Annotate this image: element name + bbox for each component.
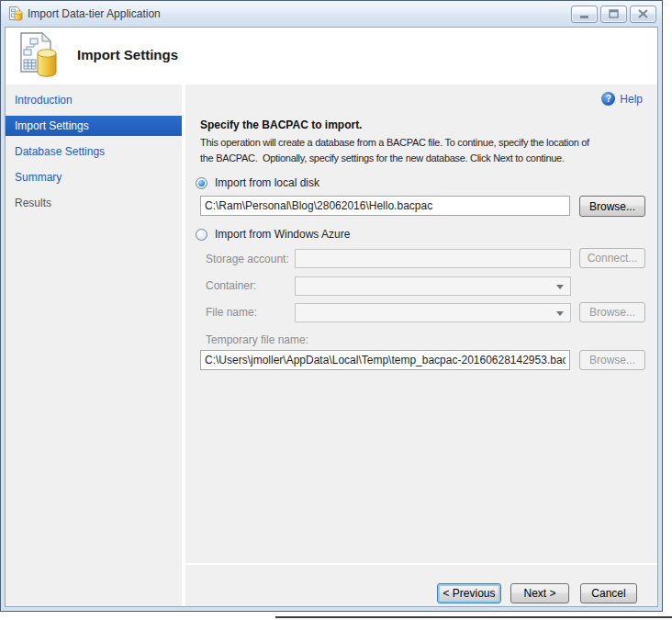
- wizard-header: Import Settings: [6, 28, 657, 85]
- container-dropdown: [295, 276, 571, 296]
- sidebar-item-results: Results: [6, 193, 182, 213]
- section-heading: Specify the BACPAC to import.: [200, 118, 362, 131]
- cancel-button[interactable]: Cancel: [580, 583, 637, 603]
- temporary-file-name-input[interactable]: [200, 350, 570, 370]
- titlebar[interactable]: Import Data-tier Application: [1, 1, 662, 26]
- help-link[interactable]: ? Help: [601, 92, 643, 106]
- close-button[interactable]: [630, 6, 656, 23]
- help-label: Help: [620, 93, 643, 106]
- background-window-edge: [275, 616, 672, 618]
- description-line-2: the BACPAC. Optionally, specify settings…: [200, 151, 657, 166]
- wizard-steps-sidebar: Introduction Import Settings Database Se…: [6, 85, 182, 606]
- description-line-1: This operation will create a database fr…: [200, 135, 657, 151]
- local-bacpac-path-input[interactable]: [200, 196, 570, 216]
- container-label: Container:: [206, 279, 256, 292]
- page-title: Import Settings: [77, 47, 178, 62]
- import-settings-panel: ? Help Specify the BACPAC to import. Thi…: [185, 85, 657, 606]
- radio-local-disk-label: Import from local disk: [215, 176, 319, 189]
- file-name-label: File name:: [206, 306, 257, 319]
- local-browse-button[interactable]: Browse...: [579, 196, 645, 217]
- datatier-app-icon: [8, 6, 23, 21]
- sidebar-item-import-settings[interactable]: Import Settings: [6, 116, 182, 136]
- dialog-body: Introduction Import Settings Database Se…: [6, 85, 657, 606]
- temporary-browse-button: Browse...: [579, 350, 645, 370]
- sidebar-item-introduction[interactable]: Introduction: [6, 90, 182, 110]
- footer-divider: [185, 563, 657, 565]
- wizard-dialog: Import Settings Introduction Import Sett…: [5, 27, 658, 607]
- previous-button[interactable]: < Previous: [437, 583, 501, 603]
- connect-button: Connect...: [579, 248, 645, 268]
- section-description: This operation will create a database fr…: [200, 135, 657, 166]
- azure-browse-button: Browse...: [579, 302, 645, 322]
- window-title: Import Data-tier Application: [28, 7, 161, 20]
- radio-windows-azure-label: Import from Windows Azure: [215, 228, 350, 241]
- radio-import-local-disk[interactable]: Import from local disk: [196, 176, 319, 189]
- maximize-button[interactable]: [600, 6, 627, 23]
- file-name-dropdown: [295, 303, 571, 322]
- storage-account-input: [295, 249, 571, 268]
- close-icon: [638, 9, 648, 18]
- chevron-down-icon: [556, 311, 564, 316]
- radio-button-icon[interactable]: [196, 229, 207, 241]
- minimize-button[interactable]: [571, 6, 598, 23]
- storage-account-label: Storage account:: [206, 253, 289, 265]
- import-datatier-window: Import Data-tier Application: [0, 0, 663, 612]
- maximize-icon: [609, 9, 619, 18]
- import-wizard-icon: [17, 31, 60, 85]
- radio-button-icon[interactable]: [196, 177, 207, 189]
- window-controls: [571, 5, 656, 23]
- temporary-file-name-label: Temporary file name:: [206, 333, 308, 346]
- next-button[interactable]: Next >: [510, 583, 569, 603]
- help-icon: ?: [601, 92, 615, 106]
- minimize-icon: [579, 10, 589, 18]
- chevron-down-icon: [556, 285, 564, 289]
- sidebar-item-summary[interactable]: Summary: [6, 167, 182, 187]
- radio-import-windows-azure[interactable]: Import from Windows Azure: [196, 228, 350, 241]
- sidebar-item-database-settings[interactable]: Database Settings: [6, 141, 182, 162]
- screen: Import Data-tier Application: [0, 0, 672, 620]
